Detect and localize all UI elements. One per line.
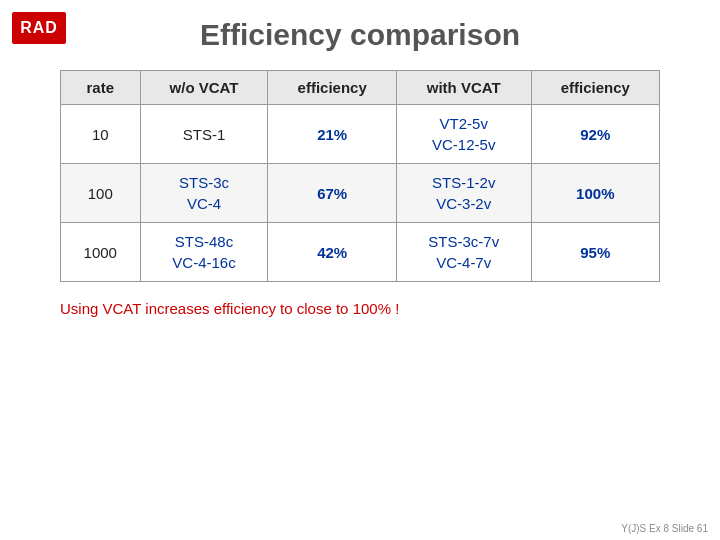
cell-with-vcat-2: STS-1-2v VC-3-2v [396, 164, 531, 223]
cell-with-vcat-1: VT2-5v VC-12-5v [396, 105, 531, 164]
efficiency-table: rate w/o VCAT efficiency with VCAT effic… [60, 70, 660, 282]
with-vcat-line2-row3: VC-4-7v [409, 252, 519, 273]
wo-vcat-line1-row3: STS-48c [153, 231, 256, 252]
col-header-rate: rate [61, 71, 141, 105]
cell-with-eff-3: 95% [531, 223, 659, 282]
cell-with-vcat-3: STS-3c-7v VC-4-7v [396, 223, 531, 282]
cell-rate-3: 1000 [61, 223, 141, 282]
cell-wo-eff-3: 42% [268, 223, 396, 282]
cell-wo-vcat-1: STS-1 [140, 105, 268, 164]
wo-vcat-line2-row3: VC-4-16c [153, 252, 256, 273]
with-vcat-line1-row2: STS-1-2v [409, 172, 519, 193]
table-row: 100 STS-3c VC-4 67% STS-1-2v VC-3-2v 100… [61, 164, 660, 223]
wo-vcat-line2-row2: VC-4 [153, 193, 256, 214]
col-header-wo-efficiency: efficiency [268, 71, 396, 105]
slide-label: Y(J)S Ex 8 Slide 61 [621, 523, 708, 534]
page-title: Efficiency comparison [0, 0, 720, 70]
wo-vcat-line1-row2: STS-3c [153, 172, 256, 193]
with-vcat-line2-row1: VC-12-5v [409, 134, 519, 155]
rad-logo: RAD [12, 12, 66, 44]
table-header-row: rate w/o VCAT efficiency with VCAT effic… [61, 71, 660, 105]
cell-wo-vcat-3: STS-48c VC-4-16c [140, 223, 268, 282]
footer-note: Using VCAT increases efficiency to close… [60, 300, 660, 317]
cell-wo-vcat-2: STS-3c VC-4 [140, 164, 268, 223]
with-vcat-line1-row3: STS-3c-7v [409, 231, 519, 252]
table-row: 10 STS-1 21% VT2-5v VC-12-5v 92% [61, 105, 660, 164]
col-header-wo-vcat: w/o VCAT [140, 71, 268, 105]
cell-rate-2: 100 [61, 164, 141, 223]
cell-with-eff-1: 92% [531, 105, 659, 164]
with-vcat-line2-row2: VC-3-2v [409, 193, 519, 214]
cell-with-eff-2: 100% [531, 164, 659, 223]
comparison-table-container: rate w/o VCAT efficiency with VCAT effic… [60, 70, 660, 282]
col-header-with-vcat: with VCAT [396, 71, 531, 105]
col-header-with-efficiency: efficiency [531, 71, 659, 105]
with-vcat-line1-row1: VT2-5v [409, 113, 519, 134]
cell-wo-eff-1: 21% [268, 105, 396, 164]
cell-rate-1: 10 [61, 105, 141, 164]
table-row: 1000 STS-48c VC-4-16c 42% STS-3c-7v VC-4… [61, 223, 660, 282]
cell-wo-eff-2: 67% [268, 164, 396, 223]
